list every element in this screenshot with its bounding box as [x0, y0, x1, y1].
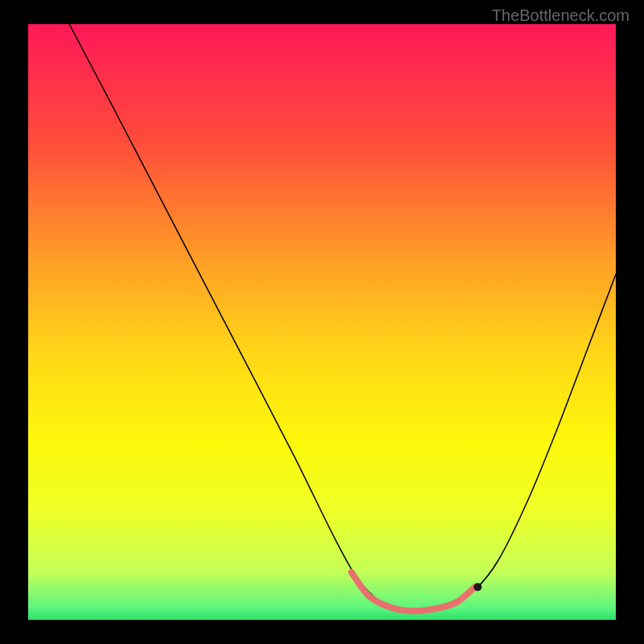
highlight-zone — [352, 572, 475, 611]
chart-lines — [28, 24, 616, 620]
highlight-dot — [473, 583, 481, 591]
chart-plot-area — [28, 24, 616, 620]
watermark-text: TheBottleneck.com — [492, 6, 630, 25]
bottleneck-curve — [69, 24, 616, 612]
